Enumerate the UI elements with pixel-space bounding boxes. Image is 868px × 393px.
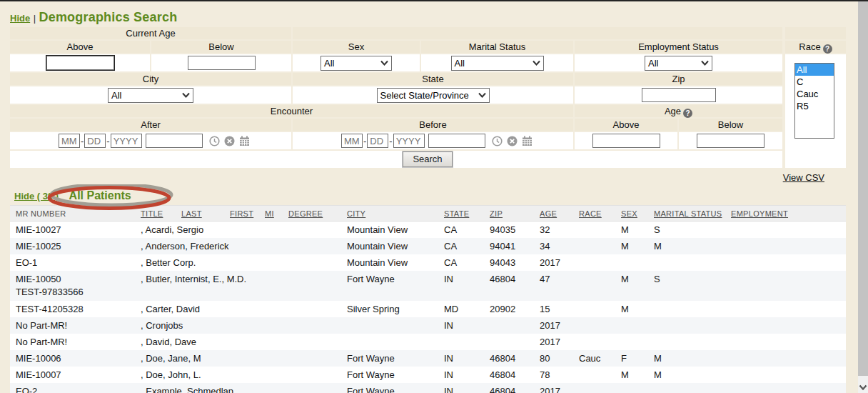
cell-zip: 46804 (484, 383, 534, 393)
cell-zip: 94043 (484, 254, 534, 271)
cell-city (341, 317, 438, 334)
cell-marital-status: M (648, 238, 725, 254)
before-date-input[interactable] (428, 134, 485, 148)
after-month-input[interactable] (59, 134, 80, 148)
before-year-input[interactable] (393, 134, 425, 148)
race-listbox[interactable]: AllCCaucR5 (794, 63, 834, 139)
cell-sex: M (615, 301, 648, 317)
age-help-icon[interactable]: ? (683, 109, 692, 118)
calendar-icon[interactable] (522, 136, 533, 146)
table-row[interactable]: EO-1 , Better Corp. Mountain View CA 940… (10, 254, 846, 271)
results-panel: Hide ( 39 ) All Patients MR NUMBERTITLEL… (10, 189, 846, 393)
hide-results-link[interactable]: Hide ( 39 ) (14, 191, 59, 202)
column-header-degree[interactable]: DEGREE (283, 206, 341, 221)
state-select-value: Select State/Province (380, 90, 469, 101)
table-row[interactable]: MIE-10006 , Doe, Jane, M Fort Wayne IN 4… (10, 350, 846, 367)
cell-name: , Butler, Internist, E., M.D. (135, 271, 341, 301)
race-option[interactable]: C (795, 76, 834, 88)
cell-age: 47 (534, 271, 573, 301)
age-above-input[interactable] (592, 134, 660, 148)
race-option[interactable]: All (795, 64, 834, 76)
cell-name: , Acardi, Sergio (135, 222, 341, 238)
column-header-employment[interactable]: EMPLOYMENT (725, 206, 846, 221)
table-row[interactable]: TEST-41205328 , Carter, David Silver Spr… (10, 301, 846, 317)
cell-name: , Doe, Jane, M (135, 350, 341, 367)
column-header-first[interactable]: FIRST (224, 206, 259, 221)
chevron-down-icon (182, 92, 190, 98)
cell-city: Fort Wayne (341, 383, 438, 393)
scrollbar-down-arrow-icon[interactable] (859, 384, 867, 391)
table-row[interactable]: EO-2 , Example, Schmedlap Fort Wayne IN … (10, 383, 846, 393)
cell-employment (725, 301, 846, 317)
marital-status-label: Marital Status (421, 41, 573, 53)
after-date-input[interactable] (146, 134, 203, 148)
column-header-state[interactable]: STATE (438, 206, 484, 221)
cell-marital-status (648, 383, 725, 393)
encounter-after-label: After (10, 119, 291, 131)
column-header-city[interactable]: CITY (341, 206, 438, 221)
after-day-input[interactable] (84, 134, 106, 148)
table-row[interactable]: MIE-10025 , Anderson, Frederick Mountain… (10, 238, 846, 254)
cell-marital-status (648, 334, 725, 350)
current-age-above-label: Above (10, 41, 150, 53)
column-header-title[interactable]: TITLE (135, 206, 176, 221)
current-age-above-input[interactable] (46, 56, 114, 70)
before-day-input[interactable] (367, 134, 388, 148)
cell-sex (615, 317, 648, 334)
column-header-mi[interactable]: MI (259, 206, 283, 221)
scrollbar-thumb[interactable] (858, 1, 868, 376)
age-below-input[interactable] (697, 134, 764, 148)
column-header-race[interactable]: RACE (573, 206, 615, 221)
state-select[interactable]: Select State/Province (377, 88, 490, 103)
column-header-age[interactable]: AGE (534, 206, 573, 221)
cell-race (573, 222, 615, 238)
cell-mr-number-line2: TEST-97833566 (16, 284, 135, 298)
search-panel-header: Hide | Demographics Search (10, 10, 846, 24)
cell-state: IN (438, 383, 484, 393)
column-header-marital-status[interactable]: MARITAL STATUS (648, 206, 725, 221)
employment-status-label: Employment Status (575, 41, 782, 53)
marital-status-select[interactable]: All (451, 56, 544, 71)
vertical-scrollbar[interactable] (858, 1, 868, 393)
calendar-icon[interactable] (239, 136, 250, 146)
current-age-below-label: Below (151, 41, 291, 53)
race-option[interactable]: R5 (795, 100, 834, 112)
table-row[interactable]: MIE-10007 , Doe, John, L. Fort Wayne IN … (10, 367, 846, 383)
clock-icon[interactable] (209, 136, 220, 146)
state-label: State (293, 73, 573, 85)
sex-select-value: All (324, 58, 334, 69)
current-age-below-input[interactable] (188, 56, 256, 70)
clock-icon[interactable] (492, 136, 503, 146)
table-row[interactable]: No Part-MR! , David, Dave 2017 (10, 334, 846, 350)
cell-age: 80 (534, 350, 573, 367)
chevron-down-icon (478, 92, 486, 98)
view-csv-link[interactable]: View CSV (783, 172, 824, 183)
zip-input[interactable] (642, 88, 716, 102)
column-header-mr-number: MR NUMBER (10, 206, 135, 221)
column-header-sex[interactable]: SEX (615, 206, 648, 221)
employment-status-select[interactable]: All (645, 56, 712, 71)
city-select[interactable]: All (108, 88, 193, 103)
cell-zip: 46804 (484, 271, 534, 301)
search-button[interactable]: Search (403, 151, 452, 167)
cell-name: , David, Dave (135, 334, 341, 350)
cell-employment (725, 222, 846, 238)
before-month-input[interactable] (341, 134, 363, 148)
table-row[interactable]: MIE-10050TEST-97833566 , Butler, Interni… (10, 271, 846, 301)
cell-zip (484, 334, 534, 350)
column-header-last[interactable]: LAST (176, 206, 224, 221)
column-header-zip[interactable]: ZIP (484, 206, 534, 221)
search-panel-title: Demographics Search (39, 10, 177, 24)
race-help-icon[interactable]: ? (823, 44, 832, 54)
hide-search-link[interactable]: Hide (10, 13, 30, 24)
cell-marital-status: S (648, 222, 725, 238)
clear-date-icon[interactable] (224, 136, 235, 146)
clear-date-icon[interactable] (507, 136, 518, 146)
search-form-main: Current Age Above Below Sex Marital Stat… (10, 27, 782, 168)
after-year-input[interactable] (111, 134, 142, 148)
table-row[interactable]: No Part-MR! , Cronjobs IN 2017 (10, 317, 846, 334)
race-option[interactable]: Cauc (795, 88, 834, 100)
encounter-before-dategroup: - - (293, 134, 573, 148)
sex-select[interactable]: All (321, 56, 392, 71)
table-row[interactable]: MIE-10027 , Acardi, Sergio Mountain View… (10, 222, 846, 238)
